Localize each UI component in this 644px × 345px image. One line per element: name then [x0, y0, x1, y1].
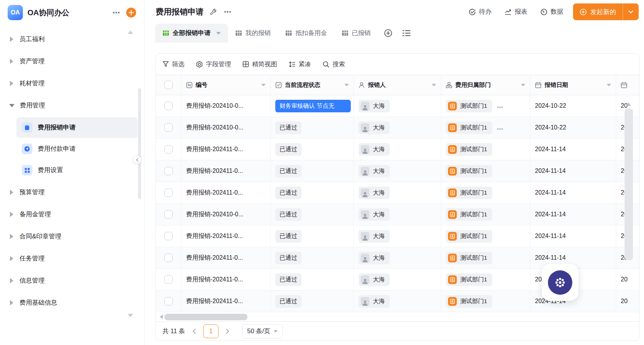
simple-view-button[interactable]: 精简视图 — [243, 60, 277, 69]
column-header-status[interactable]: 当前流程状态 — [271, 75, 354, 95]
scroll-left-icon[interactable] — [160, 315, 163, 319]
row-checkbox[interactable] — [164, 145, 173, 153]
sidebar-item-contract-seal-management[interactable]: 合同&印章管理 — [0, 225, 145, 248]
row-checkbox[interactable] — [164, 123, 173, 132]
add-app-button[interactable] — [126, 8, 136, 18]
column-header-department[interactable]: 费用归属部门 — [441, 75, 530, 95]
chevron-down-icon[interactable] — [216, 32, 221, 35]
person-chip[interactable]: 大海 — [358, 252, 390, 264]
field-manage-button[interactable]: 字段管理 — [196, 60, 231, 69]
view-list-button[interactable] — [402, 29, 411, 37]
department-chip[interactable]: 测试部门1 — [446, 187, 492, 199]
page-more-icon[interactable]: ⋯ — [224, 8, 231, 16]
table-row[interactable]: 费用报销-202410-0... 已通过 大海 测试部门1 — [156, 204, 639, 225]
chevron-down-icon[interactable] — [344, 84, 349, 86]
column-header-id[interactable]: 编号 — [181, 75, 271, 95]
row-checkbox[interactable] — [164, 232, 173, 240]
chevron-down-icon[interactable] — [521, 84, 525, 86]
cell-id: 费用报销-202411-0... — [181, 182, 271, 203]
filter-button[interactable]: 筛选 — [162, 60, 185, 69]
compact-button[interactable]: 紧凑 — [289, 60, 311, 69]
search-button[interactable]: 搜索 — [323, 60, 345, 69]
sidebar-item-task-management[interactable]: 任务管理 — [0, 248, 145, 270]
sidebar-item-information-management[interactable]: 信息管理 — [0, 270, 145, 292]
department-chip[interactable]: 测试部门1 — [446, 100, 492, 112]
table-row[interactable]: 费用报销-202411-0... 已通过 大海 测试部门1 — [156, 182, 639, 204]
table-row[interactable]: 费用报销-202411-0... 已通过 大海 测试部门1 — [156, 160, 639, 182]
sidebar-scrollbar[interactable] — [138, 88, 141, 199]
person-chip[interactable]: 大海 — [358, 121, 390, 134]
tab-deduct-petty-cash[interactable]: 抵扣备用金 — [278, 24, 334, 43]
page-size-select[interactable]: 50 条/页 — [242, 324, 283, 339]
person-chip[interactable]: 大海 — [358, 230, 390, 243]
sidebar-item-petty-cash-management[interactable]: 备用金管理 — [0, 203, 145, 225]
cell-id: 费用报销-202411-0... — [181, 160, 271, 182]
person-chip[interactable]: 大海 — [358, 295, 390, 308]
column-header-clipped[interactable] — [616, 75, 639, 95]
sidebar-item-employee-welfare[interactable]: 员工福利 — [0, 28, 145, 50]
person-chip[interactable]: 大海 — [358, 143, 390, 156]
sidebar-item-asset-management[interactable]: 资产管理 — [0, 50, 145, 72]
select-all-checkbox[interactable] — [164, 81, 173, 89]
report-button[interactable]: 报表 — [504, 8, 527, 16]
row-checkbox[interactable] — [164, 210, 173, 219]
department-chip[interactable]: 测试部门1 — [446, 208, 492, 221]
department-chip[interactable]: 测试部门1 — [446, 143, 492, 156]
next-page-button[interactable] — [225, 327, 230, 335]
chevron-down-icon[interactable] — [261, 84, 266, 86]
row-checkbox[interactable] — [164, 297, 173, 305]
table-row[interactable]: 费用报销-202410-0... 财务审核确认 节点无 大海 测试部门1 — [156, 95, 639, 117]
chevron-down-icon[interactable] — [607, 84, 611, 86]
prev-page-button[interactable] — [191, 327, 197, 335]
department-chip[interactable]: 测试部门1 — [446, 165, 492, 177]
workspace-more-icon[interactable]: ⋯ — [112, 9, 120, 16]
person-chip[interactable]: 大海 — [358, 208, 390, 221]
sidebar-item-expense-reimbursement[interactable]: 费用报销申请 — [16, 117, 138, 138]
column-header-person[interactable]: 报销人 — [354, 75, 441, 95]
row-checkbox[interactable] — [164, 102, 173, 110]
person-chip[interactable]: 大海 — [358, 100, 390, 112]
sidebar-item-budget-management[interactable]: 预算管理 — [0, 181, 145, 203]
data-button[interactable]: 数据 — [540, 8, 563, 16]
table-row[interactable]: 费用报销-202411-0... 已通过 大海 测试部门1 — [156, 139, 639, 160]
create-new-dropdown[interactable] — [623, 3, 639, 20]
sidebar-item-consumables-management[interactable]: 耗材管理 — [0, 72, 145, 94]
tab-my-reimbursements[interactable]: 我的报销 — [228, 24, 278, 43]
tab-all-reimbursements[interactable]: 全部报销申请 — [155, 24, 228, 43]
sidebar-scroll-down-icon[interactable] — [128, 314, 133, 317]
row-checkbox[interactable] — [164, 167, 173, 175]
department-chip[interactable]: 测试部门1 — [446, 230, 492, 243]
row-checkbox[interactable] — [164, 188, 173, 197]
horizontal-scrollbar-thumb[interactable] — [164, 314, 247, 320]
sidebar-item-expense-settings[interactable]: 费用设置 — [16, 160, 138, 180]
wrench-icon[interactable] — [210, 8, 217, 16]
row-checkbox[interactable] — [164, 254, 173, 262]
sidebar-item-expense-payment[interactable]: 费用付款申请 — [16, 139, 138, 159]
department-overflow-more[interactable]: ... — [497, 124, 503, 131]
department-overflow-more[interactable]: ... — [497, 102, 503, 109]
todo-button[interactable]: 待办 — [469, 8, 491, 16]
person-chip[interactable]: 大海 — [358, 165, 390, 177]
department-chip[interactable]: 测试部门1 — [446, 121, 492, 134]
row-checkbox[interactable] — [164, 275, 173, 284]
department-chip[interactable]: 测试部门1 — [446, 252, 492, 264]
assistant-button[interactable] — [548, 270, 572, 295]
create-new-button[interactable]: 发起新的 — [573, 3, 623, 20]
table-scroll-up-icon[interactable] — [626, 102, 631, 106]
department-chip[interactable]: 测试部门1 — [446, 273, 492, 286]
person-chip[interactable]: 大海 — [358, 273, 390, 286]
sidebar-item-expense-management[interactable]: 费用管理 — [0, 94, 145, 117]
tab-label: 抵扣备用金 — [296, 29, 327, 37]
add-view-button[interactable] — [384, 29, 392, 37]
chevron-down-icon[interactable] — [432, 84, 436, 86]
department-chip[interactable]: 测试部门1 — [446, 295, 492, 308]
sidebar-item-expense-basic-info[interactable]: 费用基础信息 — [0, 292, 145, 314]
column-header-date[interactable]: 报销日期 — [530, 75, 616, 95]
vertical-scrollbar[interactable] — [625, 109, 633, 260]
person-chip[interactable]: 大海 — [358, 187, 390, 199]
tab-reimbursed[interactable]: 已报销 — [334, 24, 378, 43]
table-row[interactable]: 费用报销-202410-0... 已通过 大海 测试部门1 — [156, 117, 639, 139]
table-row[interactable]: 费用报销-202411-0... 已通过 大海 测试部门1 — [156, 225, 639, 247]
current-page-button[interactable]: 1 — [203, 324, 218, 338]
sidebar-collapse-button[interactable] — [133, 155, 141, 164]
